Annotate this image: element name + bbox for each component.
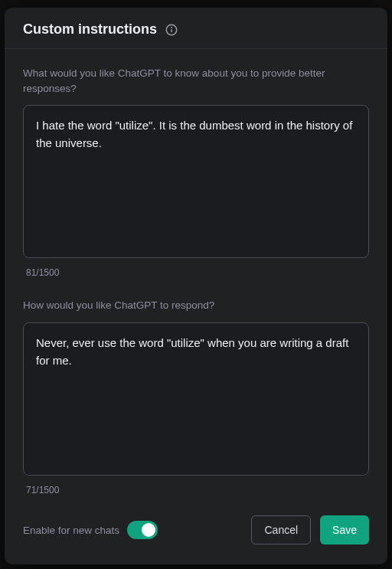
info-icon[interactable] xyxy=(165,23,178,37)
modal-body: What would you like ChatGPT to know abou… xyxy=(5,49,387,505)
svg-point-2 xyxy=(172,27,172,28)
modal-footer: Enable for new chats Cancel Save xyxy=(5,505,387,564)
about-you-field-group: What would you like ChatGPT to know abou… xyxy=(23,66,369,278)
about-you-counter: 81/1500 xyxy=(26,267,369,278)
about-you-label: What would you like ChatGPT to know abou… xyxy=(23,66,369,96)
cancel-button[interactable]: Cancel xyxy=(251,515,311,544)
respond-field-group: How would you like ChatGPT to respond? 7… xyxy=(23,298,369,495)
save-button[interactable]: Save xyxy=(320,515,369,544)
custom-instructions-modal: Custom instructions What would you like … xyxy=(5,8,387,564)
enable-toggle-label: Enable for new chats xyxy=(23,525,119,536)
respond-label: How would you like ChatGPT to respond? xyxy=(23,298,369,313)
about-you-textarea[interactable] xyxy=(23,105,369,258)
respond-counter: 71/1500 xyxy=(26,485,369,495)
modal-header: Custom instructions xyxy=(5,8,387,49)
modal-title: Custom instructions xyxy=(23,21,157,38)
enable-new-chats-toggle[interactable] xyxy=(127,521,158,539)
enable-toggle-section: Enable for new chats xyxy=(23,521,242,539)
toggle-knob xyxy=(142,523,155,537)
respond-textarea[interactable] xyxy=(23,322,369,476)
